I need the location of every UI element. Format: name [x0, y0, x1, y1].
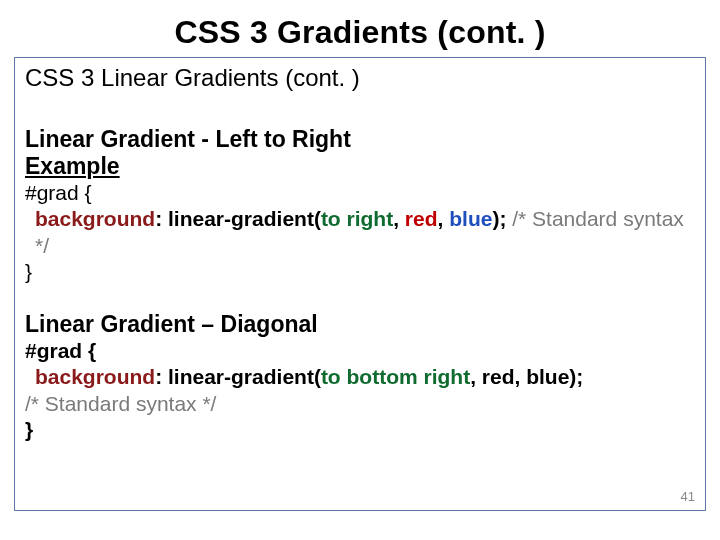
slide-title: CSS 3 Gradients (cont. )	[0, 0, 720, 57]
section1-sep2: ,	[438, 207, 450, 230]
section2-comment: /* Standard syntax */	[25, 391, 695, 417]
section2-code-open: #grad {	[25, 338, 695, 364]
section2-rest: , red, blue);	[470, 365, 583, 388]
section2-func: : linear-gradient(	[155, 365, 321, 388]
section1-heading: Linear Gradient - Left to Right	[25, 126, 695, 153]
section2-code-close: }	[25, 417, 695, 443]
section1-arg-red: red	[405, 207, 438, 230]
slide: CSS 3 Gradients (cont. ) CSS 3 Linear Gr…	[0, 0, 720, 540]
section1-code-close: }	[25, 259, 695, 285]
section1-func: : linear-gradient(	[155, 207, 321, 230]
section1-sep1: ,	[393, 207, 405, 230]
content-box: CSS 3 Linear Gradients (cont. ) Linear G…	[14, 57, 706, 511]
section1-prop: background	[35, 207, 155, 230]
section1-code-open: #grad {	[25, 180, 695, 206]
section1-code-body: background: linear-gradient(to right, re…	[25, 206, 695, 259]
page-number: 41	[681, 489, 695, 504]
section1-example-label: Example	[25, 153, 695, 180]
section2-prop: background	[35, 365, 155, 388]
section1-arg-blue: blue	[449, 207, 492, 230]
section1-close: );	[492, 207, 512, 230]
content-subtitle: CSS 3 Linear Gradients (cont. )	[25, 64, 695, 92]
section-gap	[25, 285, 695, 311]
section2-code-body: background: linear-gradient(to bottom ri…	[25, 364, 695, 390]
section2-direction: to bottom right	[321, 365, 470, 388]
section2-heading: Linear Gradient – Diagonal	[25, 311, 695, 338]
section1-direction: to right	[321, 207, 393, 230]
